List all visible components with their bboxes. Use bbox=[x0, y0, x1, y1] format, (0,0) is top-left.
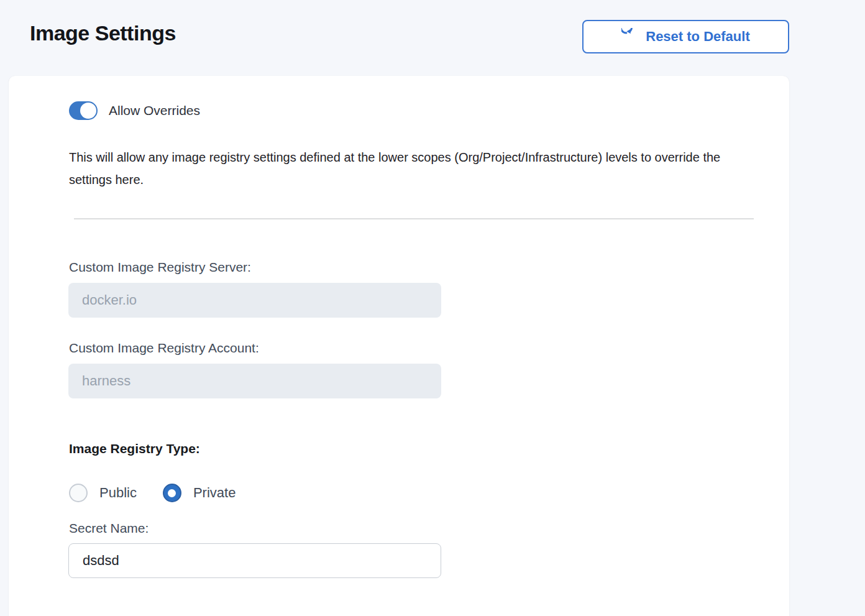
registry-server-input[interactable] bbox=[68, 283, 441, 318]
allow-overrides-label: Allow Overrides bbox=[109, 103, 200, 118]
page-title: Image Settings bbox=[30, 21, 176, 45]
radio-option-private[interactable]: Private bbox=[163, 484, 236, 502]
reset-counterclockwise-icon bbox=[621, 28, 639, 45]
radio-private-label: Private bbox=[193, 485, 236, 501]
secret-name-label: Secret Name: bbox=[69, 521, 149, 536]
radio-option-public[interactable]: Public bbox=[69, 484, 137, 502]
radio-unselected-icon bbox=[69, 484, 88, 502]
section-divider bbox=[74, 218, 754, 219]
allow-overrides-row: Allow Overrides bbox=[69, 101, 200, 120]
registry-account-label: Custom Image Registry Account: bbox=[69, 341, 259, 356]
registry-account-input[interactable] bbox=[68, 364, 441, 398]
radio-public-label: Public bbox=[99, 485, 137, 501]
overrides-description-text: This will allow any image registry setti… bbox=[69, 146, 765, 191]
registry-type-label: Image Registry Type: bbox=[69, 441, 200, 456]
registry-server-label: Custom Image Registry Server: bbox=[69, 260, 251, 275]
radio-selected-icon bbox=[163, 484, 181, 502]
reset-to-default-button[interactable]: Reset to Default bbox=[582, 20, 789, 53]
secret-name-input[interactable] bbox=[68, 543, 441, 578]
reset-button-label: Reset to Default bbox=[646, 29, 749, 45]
allow-overrides-toggle[interactable] bbox=[69, 101, 98, 120]
toggle-knob bbox=[80, 103, 96, 119]
image-settings-card: Allow Overrides This will allow any imag… bbox=[9, 76, 789, 616]
registry-type-radio-group: Public Private bbox=[69, 484, 236, 502]
